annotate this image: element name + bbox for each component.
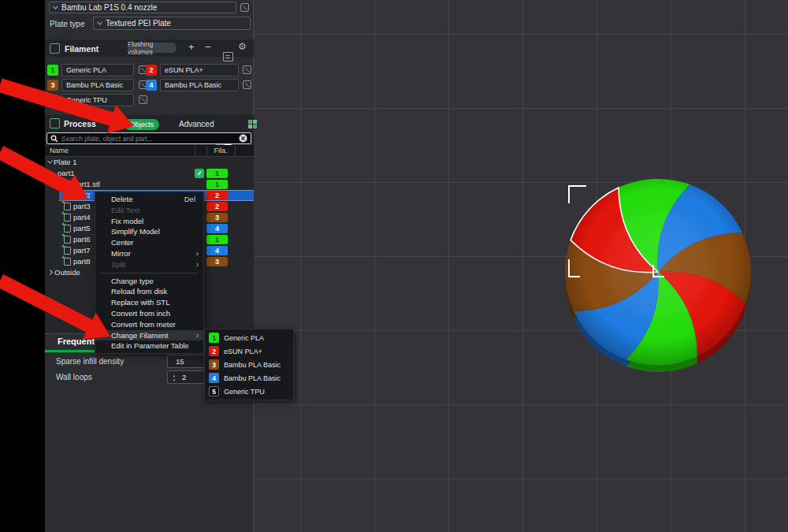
submenu-filament-1[interactable]: 1Generic PLA [205,331,293,344]
menu-separator [100,273,199,273]
menu-item-change-filament[interactable]: Change Filament› [95,330,203,341]
menu-item-edit-in-parameter-table[interactable]: Edit in Parameter Table [95,340,203,352]
filament-chip-1: 1 [209,333,219,343]
submenu-arrow-icon: › [196,248,199,259]
menu-item-delete[interactable]: DeleteDel [95,194,203,205]
submenu-arrow-icon: › [196,259,199,270]
submenu-arrow-icon: › [196,330,199,341]
submenu-filament-4[interactable]: 4Bambu PLA Basic [205,371,293,385]
filament-chip-3: 3 [209,359,219,370]
submenu-filament-label: Bambu PLA Basic [224,361,281,369]
menu-item-convert-from-meter[interactable]: Convert from meter [95,319,203,330]
submenu-filament-label: Generic TPU [224,388,265,396]
filament-chip-4: 4 [209,373,219,383]
param-value: 15 [176,357,184,366]
submenu-filament-label: Bambu PLA Basic [224,374,281,382]
filament-chip-5: 5 [209,386,219,396]
submenu-filament-label: eSUN PLA+ [224,348,262,355]
menu-item-split[interactable]: Split› [95,259,203,270]
menu-item-edit-text[interactable]: Edit Text [95,205,203,216]
param-label-0: Sparse infill density [56,357,124,366]
submenu-filament-3[interactable]: 3Bambu PLA Basic [205,358,293,371]
submenu-filament-5[interactable]: 5Generic TPU [205,385,293,398]
menu-item-center[interactable]: Center [95,237,203,248]
submenu-filament-label: Generic PLA [224,334,264,342]
object-context-menu: DeleteDelEdit TextFix modelSimplify Mode… [95,192,204,354]
menu-item-mirror[interactable]: Mirror› [95,248,203,259]
param-label-1: Wall loops [56,373,92,381]
menu-shortcut: Del [184,194,195,205]
menu-item-simplify-model[interactable]: Simplify Model [95,226,203,237]
spinner-arrows[interactable]: ▴▾ [171,373,177,382]
menu-item-reload-from-disk[interactable]: Reload from disk [95,286,203,297]
menu-item-fix-model[interactable]: Fix model [95,216,203,227]
menu-item-convert-from-inch[interactable]: Convert from inch [95,308,203,319]
application-window: Bambu Lab P1S 0.4 nozzle Plate type Text… [0,0,788,532]
filament-chip-2: 2 [209,346,219,356]
menu-item-change-type[interactable]: Change type [95,276,203,287]
menu-item-replace-with-stl[interactable]: Replace with STL [95,297,203,308]
change-filament-submenu: 1Generic PLA2eSUN PLA+3Bambu PLA Basic4B… [204,329,294,400]
param-value: 2 [182,373,186,381]
bracket-top-left [569,186,586,203]
submenu-filament-2[interactable]: 2eSUN PLA+ [205,344,293,358]
left-black-strip [0,0,45,532]
